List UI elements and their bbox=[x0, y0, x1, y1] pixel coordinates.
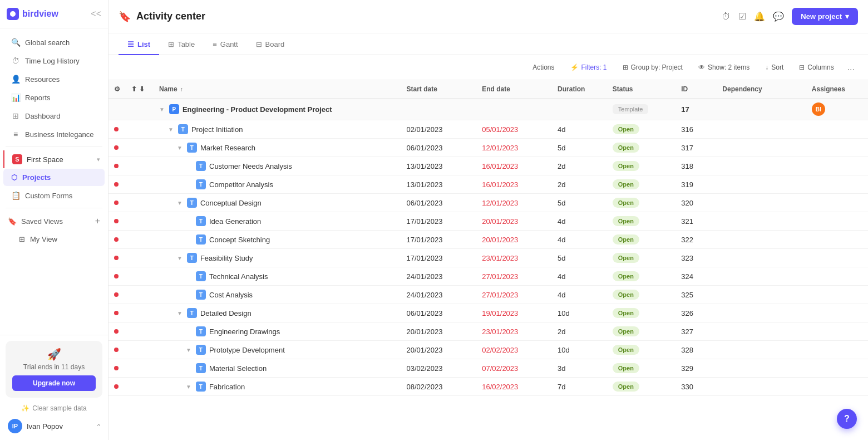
row-expand-icon[interactable]: ▼ bbox=[177, 200, 183, 206]
row-start-date: 13/01/2023 bbox=[401, 157, 476, 175]
row-name-cell[interactable]: T Customer Needs Analysis bbox=[154, 157, 401, 175]
messages-icon[interactable]: 💬 bbox=[773, 11, 784, 22]
row-status: Open bbox=[607, 322, 675, 341]
row-name-cell[interactable]: T Idea Generation bbox=[154, 212, 401, 231]
actions-button[interactable]: Actions bbox=[527, 61, 560, 74]
sidebar-item-global-search[interactable]: 🔍 Global search bbox=[3, 33, 105, 51]
col-start-date[interactable]: Start date bbox=[401, 80, 476, 99]
power-icon[interactable]: ⚙ bbox=[114, 85, 120, 93]
user-row[interactable]: IP Ivan Popov ^ bbox=[6, 414, 102, 434]
new-project-label: New project bbox=[801, 12, 842, 21]
row-name-cell[interactable]: T Competitor Analysis bbox=[154, 175, 401, 194]
row-name-cell[interactable]: ▼ T Project Initiation bbox=[154, 120, 401, 139]
tab-table[interactable]: ⊞ Table bbox=[159, 33, 204, 55]
group-by-button[interactable]: ⊞ Group by: Project bbox=[617, 61, 688, 74]
notifications-icon[interactable]: 🔔 bbox=[754, 11, 765, 22]
col-assignees[interactable]: Assignees bbox=[806, 80, 868, 99]
sidebar-item-projects[interactable]: ⬡ Projects bbox=[3, 169, 105, 186]
table-row: T Cost Analysis 24/01/2023 27/01/2023 4d… bbox=[108, 286, 868, 304]
row-expand-icon[interactable]: ▼ bbox=[186, 347, 191, 353]
header-right: ⏱ ☑ 🔔 💬 New project ▾ bbox=[722, 8, 858, 25]
sidebar-item-reports[interactable]: 📊 Reports bbox=[3, 89, 105, 106]
row-name-cell[interactable]: T Cost Analysis bbox=[154, 286, 401, 304]
row-end-date: 16/01/2023 bbox=[476, 157, 552, 175]
sort-button[interactable]: ↓ Sort bbox=[760, 61, 789, 74]
col-dependency[interactable]: Dependency bbox=[717, 80, 806, 99]
new-project-button[interactable]: New project ▾ bbox=[792, 8, 858, 25]
timer-icon[interactable]: ⏱ bbox=[722, 12, 731, 22]
row-expand-icon[interactable]: ▼ bbox=[177, 145, 183, 151]
help-button[interactable]: ? bbox=[837, 409, 857, 429]
row-name-cell[interactable]: ▼ T Conceptual Design bbox=[154, 194, 401, 212]
row-expand-icon[interactable]: ▼ bbox=[159, 106, 165, 113]
row-id: 316 bbox=[675, 120, 717, 139]
table-row: T Idea Generation 17/01/2023 20/01/2023 … bbox=[108, 212, 868, 231]
col-name[interactable]: Name ↑ bbox=[154, 80, 401, 99]
row-name-cell[interactable]: T Concept Sketching bbox=[154, 231, 401, 249]
row-end-date: 23/01/2023 bbox=[476, 322, 552, 341]
row-expand-cell bbox=[126, 359, 154, 378]
board-tab-icon: ⊟ bbox=[256, 40, 262, 48]
row-expand-icon[interactable]: ▼ bbox=[168, 126, 174, 133]
row-name: Prototype Development bbox=[209, 346, 285, 354]
app-logo[interactable]: birdview bbox=[7, 8, 58, 20]
show-items-button[interactable]: 👁 Show: 2 items bbox=[693, 61, 755, 74]
filters-button[interactable]: ⚡ Filters: 1 bbox=[565, 61, 613, 74]
tabs-bar: ☰ List ⊞ Table ≡ Gantt ⊟ Board bbox=[108, 33, 868, 55]
expand-all-icon[interactable]: ⬇ bbox=[139, 85, 145, 93]
sidebar-item-business-intelegance[interactable]: ≡ Business Intelegance bbox=[3, 125, 105, 143]
row-name-cell[interactable]: T Material Selection bbox=[154, 359, 401, 378]
row-name-cell[interactable]: ▼ T Detailed Design bbox=[154, 304, 401, 322]
row-assignees bbox=[806, 341, 868, 359]
col-end-date[interactable]: End date bbox=[476, 80, 552, 99]
col-status[interactable]: Status bbox=[607, 80, 675, 99]
row-assignees bbox=[806, 231, 868, 249]
row-id: 324 bbox=[675, 267, 717, 286]
more-options-button[interactable]: ... bbox=[844, 60, 858, 75]
row-name-cell[interactable]: ▼ T Feasibility Study bbox=[154, 249, 401, 267]
assignee-avatar: BI bbox=[812, 102, 825, 116]
row-expand-icon[interactable]: ▼ bbox=[177, 255, 183, 261]
row-name-cell[interactable]: T Engineering Drawings bbox=[154, 322, 401, 341]
col-id[interactable]: ID bbox=[675, 80, 717, 99]
row-dependency bbox=[717, 359, 806, 378]
sidebar-item-dashboard[interactable]: ⊞ Dashboard bbox=[3, 107, 105, 125]
clear-sample-data-button[interactable]: ✨ Clear sample data bbox=[6, 402, 102, 414]
row-name: Material Selection bbox=[209, 364, 267, 373]
row-expand-icon[interactable]: ▼ bbox=[186, 384, 191, 390]
tasks-icon[interactable]: ☑ bbox=[738, 11, 746, 22]
row-name-cell[interactable]: ▼ P Engineering - Product Development Pr… bbox=[154, 99, 401, 120]
row-duration: 10d bbox=[552, 304, 607, 322]
sidebar-item-time-log-history[interactable]: ⏱ Time Log History bbox=[3, 52, 105, 70]
tab-gantt[interactable]: ≡ Gantt bbox=[204, 33, 246, 55]
table-body: ▼ P Engineering - Product Development Pr… bbox=[108, 99, 868, 396]
row-name-cell[interactable]: T Technical Analysis bbox=[154, 267, 401, 286]
row-name-cell[interactable]: ▼ T Market Research bbox=[154, 139, 401, 157]
sidebar-item-resources[interactable]: 👤 Resources bbox=[3, 70, 105, 88]
row-name-cell[interactable]: ▼ T Fabrication bbox=[154, 378, 401, 396]
row-name: Fabrication bbox=[209, 383, 245, 391]
sidebar-item-my-view[interactable]: ⊞ My View bbox=[3, 231, 105, 247]
row-dot-cell bbox=[108, 99, 126, 120]
add-saved-view-button[interactable]: + bbox=[95, 216, 100, 226]
list-tab-label: List bbox=[137, 40, 150, 48]
tab-board[interactable]: ⊟ Board bbox=[247, 33, 294, 55]
row-start-date: 20/01/2023 bbox=[401, 322, 476, 341]
row-assignees bbox=[806, 120, 868, 139]
row-expand-icon[interactable]: ▼ bbox=[177, 310, 183, 316]
row-type-badge: T bbox=[196, 216, 206, 226]
list-icon: ≡ bbox=[11, 130, 20, 139]
tab-list[interactable]: ☰ List bbox=[119, 33, 159, 55]
row-name-cell[interactable]: ▼ T Prototype Development bbox=[154, 341, 401, 359]
sidebar-logo-area: birdview << bbox=[0, 0, 108, 28]
sidebar: birdview << 🔍 Global search ⏱ Time Log H… bbox=[0, 0, 108, 440]
columns-button[interactable]: ⊟ Columns bbox=[793, 61, 839, 74]
col-duration[interactable]: Duration bbox=[552, 80, 607, 99]
collapse-all-icon[interactable]: ⬆ bbox=[131, 85, 137, 93]
sidebar-collapse-button[interactable]: << bbox=[91, 9, 101, 19]
upgrade-button[interactable]: Upgrade now bbox=[12, 375, 96, 391]
sidebar-space-item[interactable]: S First Space ▾ bbox=[3, 150, 108, 168]
status-badge: Open bbox=[613, 124, 639, 134]
sidebar-bottom: 🚀 Trial ends in 11 days Upgrade now ✨ Cl… bbox=[0, 335, 108, 440]
sidebar-item-custom-forms[interactable]: 📋 Custom Forms bbox=[3, 187, 105, 204]
